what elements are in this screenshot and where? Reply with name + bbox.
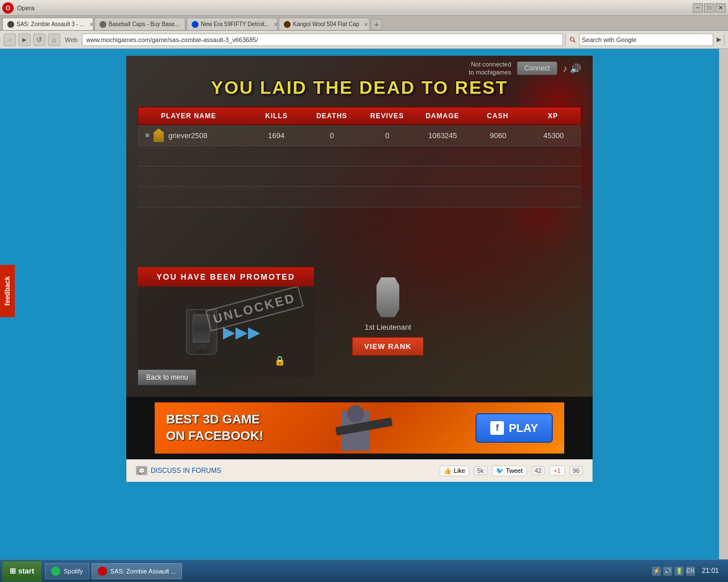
search-engine-icon[interactable] (566, 34, 580, 46)
chat-bubble-icon: 💬 (136, 466, 147, 475)
rank-section: 1st Lieutenant VIEW RANK (331, 277, 445, 356)
facebook-like-button[interactable]: 👍 Like (440, 465, 469, 476)
new-tab-button[interactable]: + (371, 19, 382, 30)
forward-button[interactable]: ► (18, 34, 31, 46)
connection-status: Not connected to mochigames (469, 60, 511, 77)
game-result-title: YOU LAID THE DEAD TO REST (126, 77, 593, 98)
system-clock: 21:01 (697, 567, 723, 576)
facebook-play-button[interactable]: f PLAY (475, 413, 553, 443)
maximize-button[interactable]: □ (704, 3, 714, 13)
promotion-title: YOU HAVE BEEN PROMOTED (156, 272, 295, 281)
header-deaths: DEATHS (304, 112, 359, 120)
address-label: Web (63, 36, 80, 43)
svg-point-1 (570, 38, 572, 39)
connect-button[interactable]: Connect (517, 61, 557, 75)
minimize-button[interactable]: ─ (693, 3, 703, 13)
tab-zombie-assault[interactable]: SAS: Zombie Assault 3 - ... ✕ (2, 18, 93, 30)
svg-line-5 (573, 40, 575, 42)
refresh-button[interactable]: ↺ (33, 34, 46, 46)
header-xp: XP (526, 112, 581, 120)
spotify-icon (51, 567, 60, 576)
title-bar: O Opera ─ □ ✕ (0, 0, 728, 16)
start-button[interactable]: ⊞ start (2, 561, 42, 581)
language-icon: EN (686, 567, 695, 576)
tab-label-era: New Era 59FIFTY Detroit... (201, 21, 269, 27)
discuss-forums-button[interactable]: 💬 DISCUSS IN FORUMS (136, 466, 221, 475)
discuss-label: DISCUSS IN FORUMS (151, 467, 221, 475)
ad-soldier-image (318, 405, 421, 451)
header-revives: REVIVES (359, 112, 415, 120)
taskbar-system-tray: ⚡ 🔊 🔋 EN 21:01 (652, 567, 728, 576)
ad-line2: ON FACEBOOK! (166, 428, 263, 444)
tab-icon-era (192, 21, 198, 28)
feedback-tab[interactable]: feedback (0, 265, 15, 317)
tab-close-zombie[interactable]: ✕ (89, 22, 94, 27)
tab-label-zombie: SAS: Zombie Assault 3 - ... (16, 21, 85, 27)
stats-table-header: PLAYER NAME KILLS DEATHS REVIVES DAMAGE … (138, 107, 581, 125)
svg-point-3 (573, 38, 574, 39)
tweet-label: Tweet (506, 467, 523, 474)
rank-medal (377, 277, 399, 317)
lock-icon: 🔒 (274, 355, 286, 366)
tab-icon-kangol (284, 21, 291, 28)
table-row (138, 146, 581, 167)
start-icon: ⊞ (10, 567, 16, 575)
promotion-header: YOU HAVE BEEN PROMOTED (138, 267, 314, 286)
gplus-count: 96 (569, 466, 583, 475)
search-input[interactable] (580, 36, 713, 43)
window-controls: ─ □ ✕ (693, 3, 726, 13)
home-button[interactable]: ⌂ (48, 34, 60, 46)
ad-banner: BEST 3D GAME ON FACEBOOK! f PLAY ⓘ (155, 402, 564, 454)
taskbar-sas[interactable]: SAS: Zombie Assault ... (92, 563, 183, 579)
game-frame: YOU LAID THE DEAD TO REST Not connected … (126, 56, 593, 482)
close-button[interactable]: ✕ (715, 3, 726, 13)
table-row (138, 167, 581, 187)
back-button[interactable]: ◄ (3, 34, 16, 46)
battery-icon: 🔋 (675, 567, 684, 576)
browser-title: Opera (17, 5, 35, 11)
twitter-icon: 🐦 (496, 467, 504, 475)
address-bar-container: Web www.mochigames.com/game/sas-zombie-a… (63, 34, 563, 46)
game-content: YOU LAID THE DEAD TO REST Not connected … (126, 56, 593, 397)
gplus-button[interactable]: +1 (549, 465, 565, 476)
tab-icon-hat (100, 21, 106, 28)
tab-close-kangol[interactable]: ✕ (364, 22, 369, 27)
search-bar-container: ▶ (565, 34, 725, 46)
rank-badge (146, 134, 149, 137)
tab-baseball-caps[interactable]: Baseball Caps - Buy Base... ✕ (94, 18, 185, 30)
player-name: griever2508 (168, 131, 208, 140)
ad-line1: BEST 3D GAME (166, 411, 263, 428)
address-bar[interactable]: www.mochigames.com/game/sas-zombie-assau… (82, 34, 563, 46)
volume-icon[interactable]: 🔊 (663, 567, 672, 576)
tab-close-baseball[interactable]: ✕ (184, 22, 185, 27)
opera-logo: O (2, 2, 14, 14)
player-xp: 45300 (526, 131, 582, 140)
ad-info-icon[interactable]: ⓘ (557, 444, 563, 452)
network-icon: ⚡ (652, 567, 661, 576)
header-cash: CASH (470, 112, 526, 120)
player-revives: 0 (359, 131, 415, 140)
rank-name: 1st Lieutenant (331, 323, 445, 331)
back-to-menu-button[interactable]: Back to menu (138, 369, 196, 385)
search-go-button[interactable]: ▶ (713, 34, 724, 46)
audio-controls[interactable]: ♪ 🔊 (563, 63, 581, 74)
gplus-icon: +1 (553, 467, 561, 474)
view-rank-button[interactable]: VIEW RANK (352, 337, 423, 356)
header-kills: KILLS (249, 112, 304, 120)
right-scrollbar[interactable]: ▲ ▼ (719, 0, 728, 582)
stats-table: PLAYER NAME KILLS DEATHS REVIVES DAMAGE … (138, 107, 581, 207)
promotion-content: ▶▶▶ UNLOCKED 🔒 (138, 286, 314, 377)
tab-close-era[interactable]: ✕ (274, 22, 278, 27)
tweet-button[interactable]: 🐦 Tweet (492, 465, 527, 476)
connect-bar: Not connected to mochigames Connect ♪ 🔊 (469, 60, 581, 77)
tab-kangol[interactable]: Kangol Wool 504 Flat Cap ✕ (279, 18, 370, 30)
facebook-like-icon: 👍 (444, 467, 452, 475)
game-wrapper: YOU LAID THE DEAD TO REST Not connected … (104, 50, 615, 488)
taskbar-spotify[interactable]: Spotify (45, 563, 89, 579)
nav-bar: ◄ ► ↺ ⌂ Web www.mochigames.com/game/sas-… (0, 31, 728, 49)
tab-new-era[interactable]: New Era 59FIFTY Detroit... ✕ (187, 18, 278, 30)
social-buttons: 👍 Like 5k 🐦 Tweet 42 +1 96 (440, 465, 583, 476)
spotify-label: Spotify (64, 568, 83, 575)
header-player-name: PLAYER NAME (138, 112, 249, 120)
facebook-icon: f (490, 421, 504, 435)
